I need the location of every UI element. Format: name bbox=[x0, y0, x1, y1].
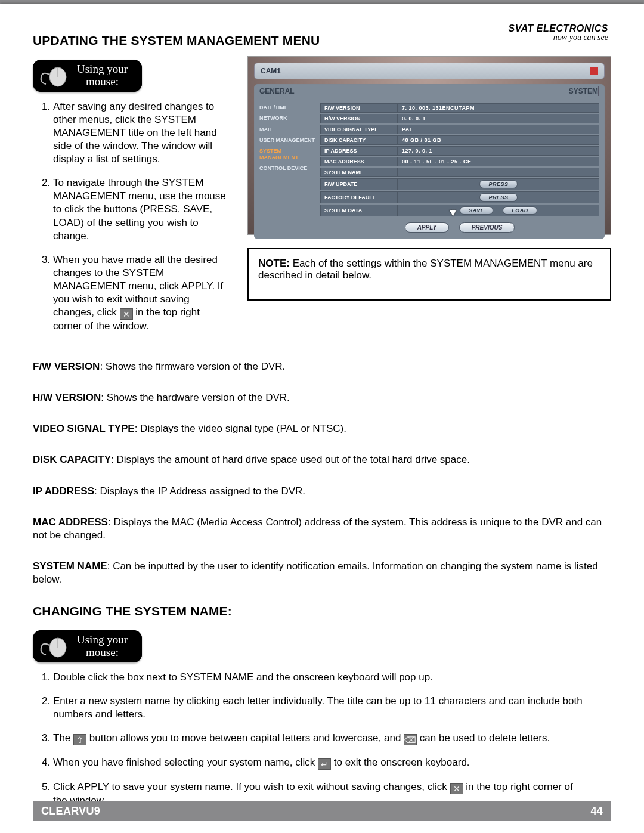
shift-icon: ⇧ bbox=[73, 734, 86, 745]
note-text: Each of the settings within the SYSTEM M… bbox=[258, 258, 593, 281]
close-icon: ✕ bbox=[120, 308, 133, 320]
step-1: After saving any desired changes to othe… bbox=[53, 100, 230, 166]
nav-control-device[interactable]: CONTROL DEVICE bbox=[258, 163, 317, 174]
sys-row-value: 0. 0. 0. 1 bbox=[398, 114, 599, 123]
apply-button[interactable]: APPLY bbox=[405, 222, 450, 233]
mouse-label-2b: mouse: bbox=[77, 646, 128, 659]
sys-row-actions: PRESS bbox=[398, 178, 599, 190]
sys-row-actions: PRESS bbox=[398, 191, 599, 203]
nav-date[interactable]: DATE/TIME bbox=[258, 102, 317, 113]
note-box: NOTE: Each of the settings within the SY… bbox=[247, 248, 611, 301]
load-button[interactable]: LOAD bbox=[503, 206, 537, 215]
brand-name: SVAT ELECTRONICS bbox=[509, 24, 608, 33]
sys-row-label: F/W UPDATE bbox=[320, 178, 398, 190]
definition-line: VIDEO SIGNAL TYPE: Displays the video si… bbox=[33, 422, 611, 435]
nav-user-mgmt[interactable]: USER MANAGEMENT bbox=[258, 135, 317, 145]
definition-line: MAC ADDRESS: Displays the MAC (Media Acc… bbox=[33, 516, 611, 542]
nav-mail[interactable]: MAIL bbox=[258, 124, 317, 135]
settings-sidebar: DATE/TIME NETWORK MAIL USER MANAGEMENT S… bbox=[255, 98, 320, 239]
sys-row-value: 7. 10. 003. 131ENCUTAPM bbox=[398, 103, 599, 113]
mouse-icon bbox=[38, 634, 70, 658]
sys-row-actions: SAVELOAD bbox=[398, 205, 599, 216]
enter-icon: ↵ bbox=[318, 758, 331, 770]
definition-line: IP ADDRESS: Displays the IP Address assi… bbox=[33, 485, 611, 498]
dvr-screenshot: CAM1 GENERAL SYSTEM DATE/TIME bbox=[247, 56, 611, 235]
sys-row-label: VIDEO SIGNAL TYPE bbox=[320, 125, 398, 134]
sys-row-value bbox=[398, 168, 599, 177]
panel-close-icon[interactable] bbox=[598, 86, 599, 96]
sys-row-label: FACTORY DEFAULT bbox=[320, 191, 398, 203]
steps-list-2: Double click the box next to SYSTEM NAME… bbox=[33, 671, 611, 807]
sys-row-label: SYSTEM NAME bbox=[320, 168, 398, 177]
panel-title-left: GENERAL bbox=[259, 87, 295, 95]
nav-system-mgmt[interactable]: SYSTEM MANAGEMENT bbox=[258, 145, 317, 163]
panel-title-right: SYSTEM bbox=[569, 87, 598, 95]
s2-4: When you have finished selecting your sy… bbox=[53, 756, 587, 770]
nav-network[interactable]: NETWORK bbox=[258, 113, 317, 123]
record-icon bbox=[590, 67, 598, 75]
sys-row-label: MAC ADDRESS bbox=[320, 157, 398, 166]
sys-row-label: F/W VERSION bbox=[320, 103, 398, 113]
mouse-label-1b: Using your bbox=[77, 634, 128, 646]
s2-2: Enter a new system name by clicking each… bbox=[53, 695, 587, 721]
using-mouse-badge-2: Using your mouse: bbox=[33, 630, 142, 662]
sys-row-value: 00 - 11 - 5F - 01 - 25 - CE bbox=[398, 157, 599, 166]
definition-line: F/W VERSION: Shows the firmware version … bbox=[33, 360, 611, 373]
sys-row-label: IP ADDRESS bbox=[320, 146, 398, 156]
using-mouse-badge: Using your mouse: bbox=[33, 60, 142, 92]
system-table: F/W VERSION7. 10. 003. 131ENCUTAPMH/W VE… bbox=[320, 102, 599, 218]
page-footer: CLEARVU9 44 bbox=[33, 801, 611, 821]
definition-line: H/W VERSION: Shows the hardware version … bbox=[33, 391, 611, 404]
sys-row-label: H/W VERSION bbox=[320, 114, 398, 123]
note-label: NOTE: bbox=[258, 258, 290, 269]
steps-list-1: After saving any desired changes to othe… bbox=[33, 100, 230, 333]
s2-1: Double click the box next to SYSTEM NAME… bbox=[53, 671, 587, 684]
sys-row-label: SYSTEM DATA bbox=[320, 205, 398, 216]
section-heading-2: CHANGING THE SYSTEM NAME: bbox=[33, 604, 611, 618]
sys-row-label: DISK CAPACITY bbox=[320, 135, 398, 145]
save-button[interactable]: SAVE bbox=[460, 206, 493, 215]
mouse-label-2: mouse: bbox=[77, 76, 128, 88]
definition-line: DISK CAPACITY: Displays the amount of ha… bbox=[33, 453, 611, 466]
sys-row-value: 48 GB / 81 GB bbox=[398, 135, 599, 145]
close-icon: ✕ bbox=[450, 783, 463, 794]
cam-label: CAM1 bbox=[261, 67, 281, 75]
mouse-icon bbox=[38, 64, 70, 88]
s2-3: The ⇧ button allows you to move between … bbox=[53, 732, 587, 745]
backspace-icon: ⌫ bbox=[404, 734, 417, 745]
settings-panel: GENERAL SYSTEM DATE/TIME NETWORK MAIL US… bbox=[254, 84, 605, 239]
mouse-label-1: Using your bbox=[77, 63, 128, 76]
brand-tagline: now you can see bbox=[509, 33, 608, 42]
press-button[interactable]: PRESS bbox=[479, 180, 517, 188]
cam-bar: CAM1 bbox=[254, 63, 605, 79]
definition-line: SYSTEM NAME: Can be inputted by the user… bbox=[33, 560, 611, 586]
step-2: To navigate through the SYSTEM MANAGEMEN… bbox=[53, 176, 230, 242]
step-3: When you have made all the desired chang… bbox=[53, 253, 230, 333]
manual-page: SVAT ELECTRONICS now you can see UPDATIN… bbox=[0, 4, 644, 833]
previous-button[interactable]: PREVIOUS bbox=[459, 222, 515, 233]
instructions-column: Using your mouse: After saving any desir… bbox=[33, 56, 230, 343]
sys-row-value: PAL bbox=[398, 125, 599, 134]
brand-block: SVAT ELECTRONICS now you can see bbox=[509, 24, 608, 42]
footer-page: 44 bbox=[590, 805, 603, 817]
press-button[interactable]: PRESS bbox=[479, 193, 517, 202]
sys-row-value: 127. 0. 0. 1 bbox=[398, 146, 599, 156]
definitions-block: F/W VERSION: Shows the firmware version … bbox=[33, 360, 611, 586]
footer-model: CLEARVU9 bbox=[41, 805, 100, 817]
